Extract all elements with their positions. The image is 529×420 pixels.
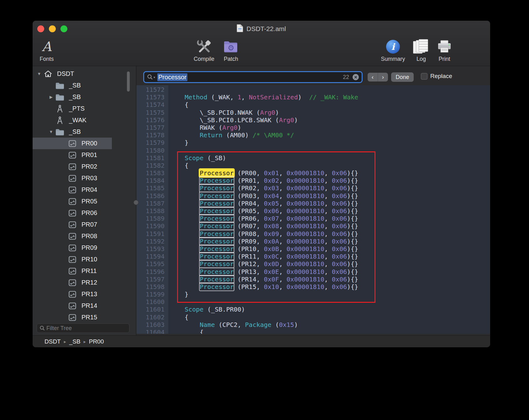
tree-item-pr12[interactable]: PR12 (33, 277, 136, 288)
print-button[interactable]: Print (427, 38, 462, 62)
filter-tree-placeholder: Filter Tree (46, 325, 72, 332)
window-header: DSDT-22.aml A Fonts Compile (33, 21, 490, 66)
main-pane: ▾ Processor 22 ✕ ‹ › Done Replace 115721… (136, 66, 490, 336)
line-number: 11583 (136, 169, 165, 177)
tree-item-pr10[interactable]: PR10 (33, 254, 136, 265)
code-editor[interactable]: 1157211573 Method (_WAK, 1, NotSerialize… (136, 85, 490, 334)
proc-icon (68, 175, 77, 182)
code-line: 11590 Processor (PR07, 0x08, 0x00001810,… (136, 222, 490, 230)
tree-item-pr00[interactable]: PR00 (33, 138, 112, 149)
tree-item-pr07[interactable]: PR07 (33, 219, 136, 230)
tree-item-_sb[interactable]: ▼_SB (33, 126, 136, 138)
line-number: 11579 (136, 139, 165, 146)
line-number: 11575 (136, 109, 165, 116)
tree-item-label: PR15 (81, 314, 97, 321)
status-bar: DSDT▸_SB▸PR00 (33, 335, 490, 347)
proc-icon (68, 233, 77, 240)
tree-item-_sb[interactable]: _SB (33, 80, 136, 91)
tree-item-pr15[interactable]: PR15 (33, 312, 136, 323)
tree-item-pr13[interactable]: PR13 (33, 288, 136, 300)
breadcrumb-item[interactable]: PR00 (89, 338, 104, 345)
code-text: Processor (PR06, 0x07, 0x00001810, 0x06)… (170, 215, 358, 222)
code-line: 11598 Processor (PR15, 0x10, 0x00001810,… (136, 283, 490, 291)
breadcrumb-separator: ▸ (84, 339, 86, 344)
code-text: Processor (PR10, 0x0B, 0x00001810, 0x06)… (170, 245, 358, 253)
tree-item-label: PR05 (81, 198, 97, 205)
log-label: Log (416, 56, 426, 62)
tree-item-pr11[interactable]: PR11 (33, 265, 136, 277)
code-line: 11592 Processor (PR09, 0x0A, 0x00001810,… (136, 238, 490, 245)
filter-tree-input[interactable]: Filter Tree (37, 323, 129, 333)
next-match-button[interactable]: › (378, 73, 388, 81)
tree-item-label: PR07 (81, 221, 97, 228)
tree-item-pr04[interactable]: PR04 (33, 184, 136, 196)
search-options-chevron-icon[interactable]: ▾ (154, 76, 155, 79)
disclosure-down-icon[interactable]: ▼ (47, 129, 55, 134)
disclosure-right-icon[interactable]: ▶ (47, 95, 55, 99)
done-button[interactable]: Done (391, 72, 414, 82)
line-number: 11577 (136, 124, 165, 131)
replace-checkbox[interactable] (421, 73, 427, 80)
tree-item-label: PR13 (81, 291, 97, 298)
tree-item-pr09[interactable]: PR09 (33, 242, 136, 254)
tree-item-pr03[interactable]: PR03 (33, 172, 136, 184)
tree-item-pr08[interactable]: PR08 (33, 230, 136, 242)
tree-item-dsdt[interactable]: ▼DSDT (33, 68, 136, 80)
tree-item-_wak[interactable]: _WAK (33, 114, 136, 126)
clear-search-icon[interactable]: ✕ (353, 74, 359, 80)
tree-item-_sb[interactable]: ▶_SB (33, 91, 136, 103)
tree-item-pr06[interactable]: PR06 (33, 207, 136, 219)
search-icon[interactable]: ▾ (147, 74, 155, 80)
code-line: 11600 (136, 298, 490, 306)
proc-icon (68, 221, 77, 228)
code-line: 11582 { (136, 162, 490, 169)
tree-item-label: PR04 (81, 186, 97, 193)
code-line: 11584 Processor (PR01, 0x02, 0x00001810,… (136, 177, 490, 184)
splitter-handle[interactable] (134, 200, 139, 205)
code-text: \_SB.PCI0.LPCB.SWAK (Arg0) (170, 116, 298, 124)
search-match: Processor (200, 192, 233, 200)
breadcrumb-item[interactable]: DSDT (45, 338, 61, 345)
line-number: 11573 (136, 93, 165, 101)
code-text: Scope (_SB) (170, 154, 226, 162)
line-number: 11587 (136, 200, 165, 207)
find-input[interactable]: ▾ Processor 22 ✕ (143, 71, 363, 83)
breadcrumb-item[interactable]: _SB (69, 338, 81, 345)
proc-icon (68, 244, 77, 251)
tree-item-pr05[interactable]: PR05 (33, 196, 136, 207)
search-match: Processor (200, 253, 233, 260)
line-number: 11599 (136, 291, 165, 298)
search-match: Processor (200, 245, 233, 253)
tree-item-pr14[interactable]: PR14 (33, 300, 136, 312)
proc-icon (68, 279, 77, 286)
folder-icon (55, 129, 65, 135)
code-text: Processor (PR04, 0x05, 0x00001810, 0x06)… (170, 200, 358, 207)
code-text: Return (AM00) /* \AM00 */ (170, 131, 294, 139)
tree-item-label: PR14 (81, 302, 97, 309)
proc-icon (68, 186, 77, 193)
tree-item-pr01[interactable]: PR01 (33, 149, 136, 161)
disclosure-down-icon[interactable]: ▼ (35, 71, 43, 76)
patch-button[interactable]: ⚙ Patch (214, 38, 248, 62)
sidebar-scrollbar[interactable] (127, 71, 130, 92)
fonts-label: Fonts (39, 56, 54, 62)
code-line: 11595 Processor (PR12, 0x0D, 0x00001810,… (136, 260, 490, 268)
line-number: 11586 (136, 192, 165, 200)
code-text: Method (_WAK, 1, NotSerialized) // _WAK:… (170, 93, 358, 101)
tree-item-_pts[interactable]: _PTS (33, 103, 136, 114)
title-row: DSDT-22.aml (33, 21, 490, 37)
tree-item-label: _WAK (69, 117, 86, 124)
code-text: Processor (PR09, 0x0A, 0x00001810, 0x06)… (170, 238, 358, 245)
previous-match-button[interactable]: ‹ (368, 73, 378, 81)
tree-item-label: PR06 (81, 209, 97, 217)
fonts-button[interactable]: A Fonts (33, 38, 64, 62)
search-match: Processor (200, 283, 233, 291)
code-text: Processor (PR11, 0x0C, 0x00001810, 0x06)… (170, 253, 358, 260)
printer-icon (437, 38, 452, 56)
proc-icon (68, 268, 77, 275)
tree-item-label: PR12 (81, 279, 97, 286)
search-match: Processor (200, 260, 233, 268)
code-line: 11597 Processor (PR14, 0x0F, 0x00001810,… (136, 276, 490, 283)
line-number: 11589 (136, 215, 165, 222)
tree-item-pr02[interactable]: PR02 (33, 161, 136, 172)
